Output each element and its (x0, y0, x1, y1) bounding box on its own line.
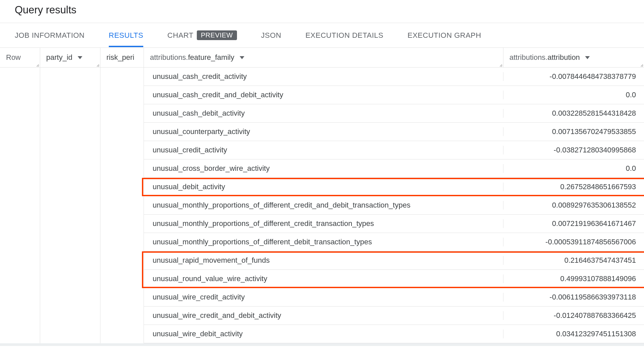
column-header-party-id-label: party_id (46, 53, 72, 62)
column-row-cells (0, 68, 40, 343)
table-row[interactable]: unusual_round_value_wire_activity0.49993… (144, 270, 644, 288)
cell-feature-family: unusual_cross_border_wire_activity (144, 164, 503, 173)
resize-handle-icon[interactable] (96, 63, 99, 67)
cell-attribution: -0.012407887683366425 (503, 311, 644, 320)
footer-scrollbar-track[interactable] (0, 343, 644, 346)
resize-handle-icon[interactable] (499, 63, 502, 67)
tab-chart-label: CHART (167, 31, 193, 40)
cell-feature-family: unusual_debit_activity (144, 183, 503, 191)
column-header-row-label: Row (6, 53, 21, 62)
column-risk-peri-cells (100, 68, 144, 343)
page-title: Query results (0, 0, 644, 23)
cell-feature-family: unusual_cash_credit_and_debit_activity (144, 91, 503, 99)
tab-results[interactable]: RESULTS (109, 24, 143, 47)
tab-json[interactable]: JSON (261, 24, 281, 47)
table-row[interactable]: unusual_monthly_proportions_of_different… (144, 233, 644, 251)
cell-feature-family: unusual_cash_debit_activity (144, 109, 503, 118)
cell-attribution: -0.0078446484738378779 (503, 72, 644, 81)
column-party-id-cells (40, 68, 100, 343)
column-header-attribution-prefix: attributions. (509, 53, 548, 62)
tab-chart[interactable]: CHART PREVIEW (167, 23, 237, 47)
column-header-party-id[interactable]: party_id (40, 48, 100, 67)
tabs-bar: JOB INFORMATION RESULTS CHART PREVIEW JS… (0, 23, 644, 48)
table-row[interactable]: unusual_cash_credit_and_debit_activity0.… (144, 86, 644, 104)
chevron-down-icon (585, 56, 590, 59)
cell-attribution: 0.2164637547437451 (503, 256, 644, 265)
cell-attribution: -0.038271280340995868 (503, 146, 644, 154)
column-header-feature-family-prefix: attributions. (150, 53, 188, 62)
column-header-risk-peri[interactable]: risk_peri (100, 48, 144, 67)
table-row[interactable]: unusual_counterparty_activity0.007135670… (144, 123, 644, 141)
table-body: unusual_cash_credit_activity-0.007844648… (0, 68, 644, 343)
cell-feature-family: unusual_monthly_proportions_of_different… (144, 201, 503, 210)
chevron-down-icon (78, 56, 82, 59)
table-row[interactable]: unusual_wire_credit_and_debit_activity-0… (144, 307, 644, 325)
column-header-row[interactable]: Row (0, 48, 40, 67)
cell-attribution: 0.49993107888149096 (503, 274, 644, 283)
table-row[interactable]: unusual_wire_debit_activity0.03412329745… (144, 325, 644, 343)
cell-feature-family: unusual_monthly_proportions_of_different… (144, 219, 503, 228)
tab-execution-graph[interactable]: EXECUTION GRAPH (407, 24, 481, 47)
cell-feature-family: unusual_wire_credit_and_debit_activity (144, 311, 503, 320)
column-header-feature-family[interactable]: attributions.feature_family (144, 48, 503, 67)
cell-feature-family: unusual_counterparty_activity (144, 127, 503, 136)
results-table: Row party_id risk_peri attributions.feat… (0, 48, 644, 343)
table-row[interactable]: unusual_rapid_movement_of_funds0.2164637… (144, 251, 644, 270)
cell-feature-family: unusual_wire_debit_activity (144, 330, 503, 338)
resize-handle-icon[interactable] (640, 63, 643, 67)
column-header-attribution-bold: attribution (548, 53, 580, 62)
table-row[interactable]: unusual_credit_activity-0.03827128034099… (144, 141, 644, 159)
cell-attribution: 0.0071356702479533855 (503, 127, 644, 136)
cell-attribution: 0.0 (503, 164, 644, 173)
cell-attribution: -0.0061195866393973118 (503, 293, 644, 302)
tab-job-information[interactable]: JOB INFORMATION (15, 24, 85, 47)
table-row[interactable]: unusual_wire_credit_activity-0.006119586… (144, 288, 644, 307)
cell-feature-family: unusual_round_value_wire_activity (144, 274, 503, 283)
table-row[interactable]: unusual_cash_debit_activity0.00322852815… (144, 104, 644, 123)
table-row[interactable]: unusual_monthly_proportions_of_different… (144, 215, 644, 233)
cell-attribution: -0.00053911874856567006 (503, 238, 644, 246)
cell-attribution: 0.26752848651667593 (503, 183, 644, 191)
cell-attribution: 0.0072191963641671467 (503, 219, 644, 228)
cell-attribution: 0.0089297635306138552 (503, 201, 644, 210)
resize-handle-icon[interactable] (36, 63, 39, 67)
cell-attribution: 0.0 (503, 91, 644, 99)
cell-feature-family: unusual_monthly_proportions_of_different… (144, 238, 503, 246)
table-row[interactable]: unusual_cash_credit_activity-0.007844648… (144, 68, 644, 86)
preview-badge: PREVIEW (197, 30, 237, 40)
cell-feature-family: unusual_wire_credit_activity (144, 293, 503, 302)
cell-attribution: 0.0032285281544318428 (503, 109, 644, 118)
table-row[interactable]: unusual_debit_activity0.2675284865166759… (144, 178, 644, 196)
table-row[interactable]: unusual_cross_border_wire_activity0.0 (144, 159, 644, 178)
chevron-down-icon (240, 56, 244, 59)
tab-execution-details[interactable]: EXECUTION DETAILS (305, 24, 383, 47)
column-header-feature-family-bold: feature_family (188, 53, 234, 62)
column-header-attribution[interactable]: attributions.attribution (503, 48, 644, 67)
column-header-risk-peri-label: risk_peri (106, 53, 134, 62)
cell-feature-family: unusual_credit_activity (144, 146, 503, 154)
cell-feature-family: unusual_rapid_movement_of_funds (144, 256, 503, 265)
table-row[interactable]: unusual_monthly_proportions_of_different… (144, 196, 644, 215)
table-header-row: Row party_id risk_peri attributions.feat… (0, 48, 644, 68)
frozen-columns (0, 68, 144, 343)
cell-attribution: 0.034123297451151308 (503, 330, 644, 338)
cell-feature-family: unusual_cash_credit_activity (144, 72, 503, 81)
data-rows-container: unusual_cash_credit_activity-0.007844648… (144, 68, 644, 343)
